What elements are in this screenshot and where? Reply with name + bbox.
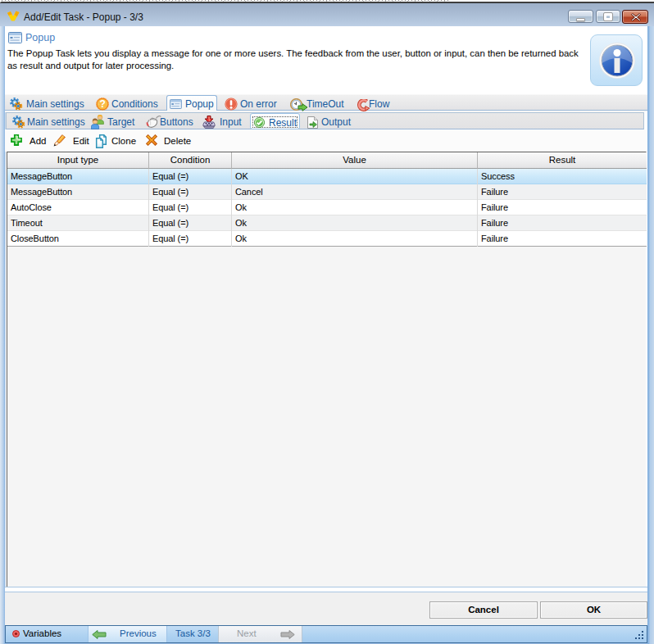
svg-text:?: ?: [100, 98, 106, 110]
